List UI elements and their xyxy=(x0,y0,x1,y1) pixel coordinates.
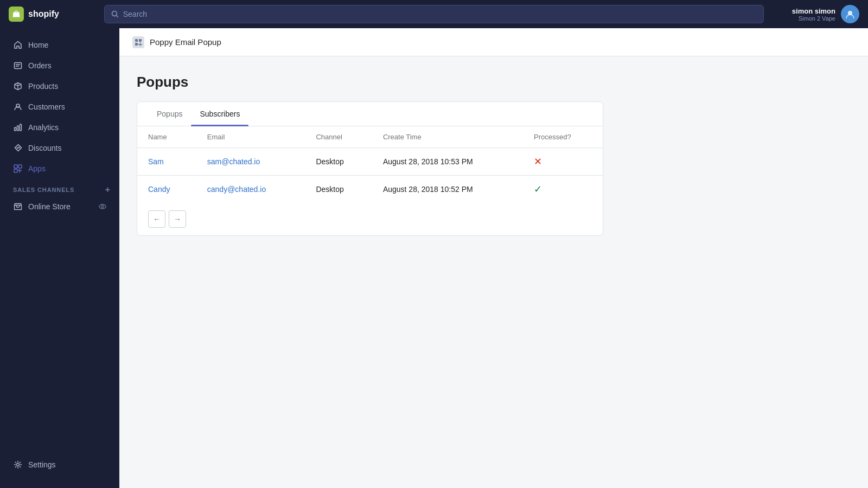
svg-rect-16 xyxy=(139,39,142,42)
sidebar-item-discounts-label: Discounts xyxy=(28,144,61,152)
add-sales-channel-button[interactable]: + xyxy=(105,185,111,194)
user-menu[interactable]: simon simon Simon 2 Vape xyxy=(773,5,859,23)
apps-icon xyxy=(13,164,23,174)
online-store-eye-icon[interactable] xyxy=(99,203,106,210)
svg-rect-15 xyxy=(135,39,138,42)
subscriber-email-link[interactable]: sam@chated.io xyxy=(207,157,260,166)
svg-rect-9 xyxy=(14,165,17,168)
sales-channels-label: SALES CHANNELS xyxy=(13,187,74,193)
sidebar-item-home[interactable]: Home xyxy=(4,35,115,55)
page-heading: Popups xyxy=(137,74,851,91)
tab-subscribers[interactable]: Subscribers xyxy=(191,102,248,126)
sidebar-item-apps[interactable]: Apps xyxy=(4,159,115,178)
svg-rect-2 xyxy=(15,63,22,69)
sidebar-item-customers-label: Customers xyxy=(28,102,65,111)
settings-icon xyxy=(13,460,23,470)
svg-rect-6 xyxy=(20,124,22,131)
cell-name[interactable]: Sam xyxy=(137,148,196,176)
table-row: Candycandy@chated.ioDesktopAugust 28, 20… xyxy=(137,176,603,203)
home-icon xyxy=(13,40,23,50)
svg-rect-4 xyxy=(15,127,16,131)
main-content: Poppy Email Popup Popups Popups Subscrib… xyxy=(119,28,868,488)
tabs-bar: Popups Subscribers xyxy=(137,102,603,126)
logo-text: shopify xyxy=(28,9,59,19)
svg-rect-5 xyxy=(17,126,19,131)
tab-popups[interactable]: Popups xyxy=(148,102,191,126)
col-channel: Channel xyxy=(305,126,372,148)
pagination: ← → xyxy=(137,203,603,235)
cell-processed: ✓ xyxy=(523,176,603,203)
products-icon xyxy=(13,81,23,91)
prev-page-button[interactable]: ← xyxy=(148,210,165,228)
sidebar-item-settings[interactable]: Settings xyxy=(4,455,115,474)
subscriber-name-link[interactable]: Sam xyxy=(148,157,164,166)
sidebar-item-home-label: Home xyxy=(28,41,48,49)
orders-icon xyxy=(13,61,23,70)
sales-channels-section: SALES CHANNELS + xyxy=(0,179,119,196)
logo[interactable]: shopify xyxy=(9,7,95,22)
breadcrumb-bar: Poppy Email Popup xyxy=(119,28,868,56)
sidebar-item-products-label: Products xyxy=(28,82,58,91)
col-processed: Processed? xyxy=(523,126,603,148)
svg-point-12 xyxy=(99,204,106,209)
cell-email[interactable]: candy@chated.io xyxy=(196,176,305,203)
search-icon xyxy=(111,10,119,18)
sidebar-item-online-store-label: Online Store xyxy=(28,202,71,211)
main-layout: Home Orders Products xyxy=(0,28,868,488)
processed-check-icon: ✓ xyxy=(534,184,542,195)
sidebar-item-analytics-label: Analytics xyxy=(28,123,59,132)
cell-email[interactable]: sam@chated.io xyxy=(196,148,305,176)
sidebar-item-settings-label: Settings xyxy=(28,460,56,469)
table-header: Name Email Channel Create Time Processed… xyxy=(137,126,603,148)
analytics-icon xyxy=(13,123,23,132)
svg-point-13 xyxy=(101,206,104,208)
search-bar[interactable] xyxy=(104,5,764,23)
shopify-bag-icon xyxy=(9,7,24,22)
sidebar-item-discounts[interactable]: Discounts xyxy=(4,138,115,158)
cell-create-time: August 28, 2018 10:53 PM xyxy=(372,148,523,176)
subscriber-name-link[interactable]: Candy xyxy=(148,185,170,194)
cell-create-time: August 28, 2018 10:52 PM xyxy=(372,176,523,203)
cell-name[interactable]: Candy xyxy=(137,176,196,203)
processed-cross-icon: ✕ xyxy=(534,156,542,167)
table-body: Samsam@chated.ioDesktopAugust 28, 2018 1… xyxy=(137,148,603,203)
avatar xyxy=(841,5,859,23)
svg-point-14 xyxy=(17,464,20,466)
breadcrumb-app-icon xyxy=(132,36,144,48)
user-info: simon simon Simon 2 Vape xyxy=(792,7,835,22)
customers-icon xyxy=(13,102,23,112)
sidebar-item-products[interactable]: Products xyxy=(4,76,115,96)
subscribers-card: Popups Subscribers Name Email Channel Cr… xyxy=(137,101,603,236)
table-row: Samsam@chated.ioDesktopAugust 28, 2018 1… xyxy=(137,148,603,176)
cell-channel: Desktop xyxy=(305,176,372,203)
sidebar-item-customers[interactable]: Customers xyxy=(4,97,115,117)
cell-processed: ✕ xyxy=(523,148,603,176)
search-input[interactable] xyxy=(123,10,757,18)
user-subtitle: Simon 2 Vape xyxy=(792,15,835,22)
col-create-time: Create Time xyxy=(372,126,523,148)
col-name: Name xyxy=(137,126,196,148)
sidebar-item-online-store[interactable]: Online Store xyxy=(4,197,115,216)
breadcrumb-title: Poppy Email Popup xyxy=(150,37,221,47)
cell-channel: Desktop xyxy=(305,148,372,176)
col-email: Email xyxy=(196,126,305,148)
sidebar-item-apps-label: Apps xyxy=(28,164,46,173)
sidebar-item-orders-label: Orders xyxy=(28,61,52,70)
sidebar-item-orders[interactable]: Orders xyxy=(4,56,115,75)
user-name: simon simon xyxy=(792,7,835,15)
svg-rect-10 xyxy=(18,165,22,168)
discounts-icon xyxy=(13,143,23,153)
sidebar: Home Orders Products xyxy=(0,28,119,488)
sidebar-item-analytics[interactable]: Analytics xyxy=(4,118,115,137)
page-body: Popups Popups Subscribers Name Email Cha… xyxy=(119,56,868,253)
subscriber-email-link[interactable]: candy@chated.io xyxy=(207,185,266,194)
subscribers-table: Name Email Channel Create Time Processed… xyxy=(137,126,603,203)
svg-rect-17 xyxy=(135,43,138,46)
next-page-button[interactable]: → xyxy=(169,210,186,228)
store-icon xyxy=(13,202,23,211)
svg-rect-11 xyxy=(14,169,17,172)
top-navigation: shopify simon simon Simon 2 Vape xyxy=(0,0,868,28)
